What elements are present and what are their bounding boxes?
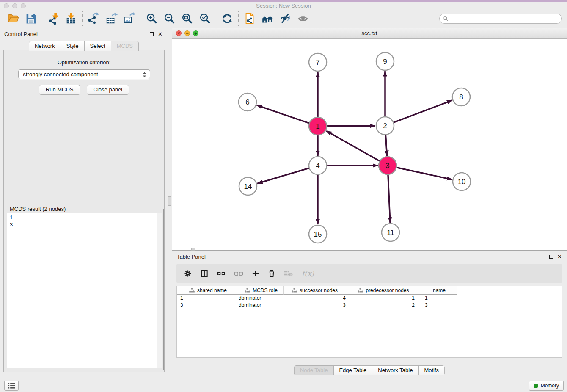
column-header-shared-name[interactable]: shared name <box>177 286 236 295</box>
column-header-name[interactable]: name <box>421 286 457 295</box>
graph-node-7[interactable]: 7 <box>309 53 327 71</box>
graph-node-8[interactable]: 8 <box>452 88 470 106</box>
close-panel-icon[interactable]: ✕ <box>158 32 162 36</box>
column-header-predecessor-nodes[interactable]: predecessor nodes <box>352 286 421 295</box>
split-divider-vertical[interactable] <box>168 28 172 378</box>
close-panel-button[interactable]: Close panel <box>87 85 129 95</box>
show-all-button[interactable] <box>294 11 312 26</box>
graph-edge-4-14[interactable] <box>257 168 309 183</box>
graph-node-10[interactable]: 10 <box>453 173 471 190</box>
export-image-button[interactable] <box>120 11 138 26</box>
network-view-window: ✕ − + scc.txt 7968124314101511 <box>172 28 567 251</box>
cell-predecessor-nodes[interactable]: 1 <box>352 295 421 302</box>
tab-motifs[interactable]: Motifs <box>418 365 445 375</box>
refresh-button[interactable] <box>218 11 236 26</box>
graph-node-15[interactable]: 15 <box>309 225 327 243</box>
memory-button[interactable]: Memory <box>529 381 564 391</box>
minimize-network-button[interactable]: − <box>184 30 190 36</box>
deselect-all-rows-button[interactable] <box>234 270 243 277</box>
tab-style[interactable]: Style <box>61 41 85 51</box>
window-title: Session: New Session <box>0 3 567 9</box>
save-session-button[interactable] <box>22 11 40 26</box>
table-settings-button[interactable] <box>184 269 192 278</box>
graph-node-1[interactable]: 1 <box>309 117 327 135</box>
toolbar-separator <box>82 11 83 26</box>
graph-edge-1-6[interactable] <box>257 105 309 123</box>
graph-node-11[interactable]: 11 <box>382 224 399 241</box>
split-handle[interactable] <box>168 196 171 206</box>
export-network-button[interactable] <box>85 11 102 26</box>
table-header: shared name MCDS role successor nodes <box>177 286 562 295</box>
new-network-from-selection-icon <box>243 12 256 25</box>
run-mcds-button[interactable]: Run MCDS <box>39 85 80 95</box>
close-network-button[interactable]: ✕ <box>176 30 182 36</box>
show-column-button[interactable] <box>200 269 209 278</box>
table-row[interactable]: 1 dominator 4 1 1 <box>177 295 562 302</box>
graph-edge-1-2[interactable] <box>327 126 375 126</box>
network-canvas[interactable]: 7968124314101511 <box>172 39 567 250</box>
tab-select[interactable]: Select <box>84 41 111 51</box>
graph-node-9[interactable]: 9 <box>376 52 394 70</box>
cell-mcds-role[interactable]: dominator <box>236 295 284 302</box>
cell-name[interactable]: 3 <box>421 302 457 309</box>
import-network-button[interactable] <box>44 11 62 26</box>
optimization-criterion-label: Optimization criterion: <box>4 59 164 66</box>
select-all-rows-button[interactable] <box>217 270 226 277</box>
import-network-icon <box>47 12 60 25</box>
float-panel-icon[interactable] <box>150 32 154 36</box>
graph-node-2[interactable]: 2 <box>376 117 394 135</box>
table-row[interactable]: 3 dominator 3 2 3 <box>177 302 562 309</box>
close-table-panel-icon[interactable]: ✕ <box>557 255 562 259</box>
create-column-button[interactable] <box>251 269 260 278</box>
export-table-button[interactable] <box>102 11 120 26</box>
graph-node-4[interactable]: 4 <box>309 157 327 174</box>
graph-edge-3-1[interactable] <box>326 131 380 161</box>
save-floppy-icon <box>25 13 37 25</box>
zoom-out-button[interactable] <box>160 11 178 26</box>
maximize-network-button[interactable]: + <box>193 30 198 36</box>
criterion-select[interactable]: strongly connected component <box>18 69 150 79</box>
graph-edge-3-11[interactable] <box>388 175 390 223</box>
search-input[interactable] <box>439 14 562 24</box>
tab-node-table[interactable]: Node Table <box>294 365 334 375</box>
node-label: 10 <box>458 178 466 186</box>
zoom-selected-button[interactable] <box>196 11 214 26</box>
table-panel-tabs: Node Table Edge Table Network Table Moti… <box>294 365 445 375</box>
tab-network-table[interactable]: Network Table <box>372 365 418 375</box>
graph-node-6[interactable]: 6 <box>239 93 256 111</box>
mcds-panel-body: Optimization criterion: strongly connect… <box>3 50 165 372</box>
delete-column-button[interactable] <box>268 269 275 278</box>
cell-shared-name[interactable]: 3 <box>177 302 236 309</box>
graph-node-14[interactable]: 14 <box>239 177 257 195</box>
cell-successor-nodes[interactable]: 4 <box>284 295 352 302</box>
cell-name[interactable]: 1 <box>421 295 457 302</box>
hide-selected-button[interactable] <box>276 11 294 26</box>
tab-mcds[interactable]: MCDS <box>111 41 139 51</box>
task-history-button[interactable] <box>4 381 19 391</box>
cell-predecessor-nodes[interactable]: 2 <box>352 302 421 309</box>
graph-edge-2-8[interactable] <box>394 100 452 122</box>
criterion-selected-value: strongly connected component <box>23 71 98 77</box>
zoom-in-button[interactable] <box>143 11 160 26</box>
float-table-panel-icon[interactable] <box>549 255 553 259</box>
main-titlebar: Session: New Session <box>0 0 567 10</box>
cell-successor-nodes[interactable]: 3 <box>284 302 352 309</box>
zoom-fit-button[interactable] <box>178 11 196 26</box>
graph-edge-3-10[interactable] <box>396 168 452 179</box>
graph-edge-2-3[interactable] <box>385 135 387 156</box>
column-header-mcds-role[interactable]: MCDS role <box>236 286 284 295</box>
cell-shared-name[interactable]: 1 <box>177 295 236 302</box>
new-network-from-selection-button[interactable] <box>241 11 259 26</box>
import-table-button[interactable] <box>62 11 80 26</box>
status-bar: Memory <box>0 378 567 392</box>
node-table: shared name MCDS role successor nodes <box>176 286 562 358</box>
tab-network[interactable]: Network <box>29 41 61 51</box>
cell-mcds-role[interactable]: dominator <box>236 302 284 309</box>
mcds-result-fieldset: MCDS result (2 nodes) 1 3 <box>6 209 164 370</box>
result-scrollbar[interactable] <box>157 213 162 368</box>
tab-edge-table[interactable]: Edge Table <box>333 365 372 375</box>
open-file-button[interactable] <box>4 11 22 26</box>
column-header-successor-nodes[interactable]: successor nodes <box>284 286 352 295</box>
graph-node-3[interactable]: 3 <box>379 157 396 174</box>
first-neighbors-button[interactable] <box>259 11 276 26</box>
